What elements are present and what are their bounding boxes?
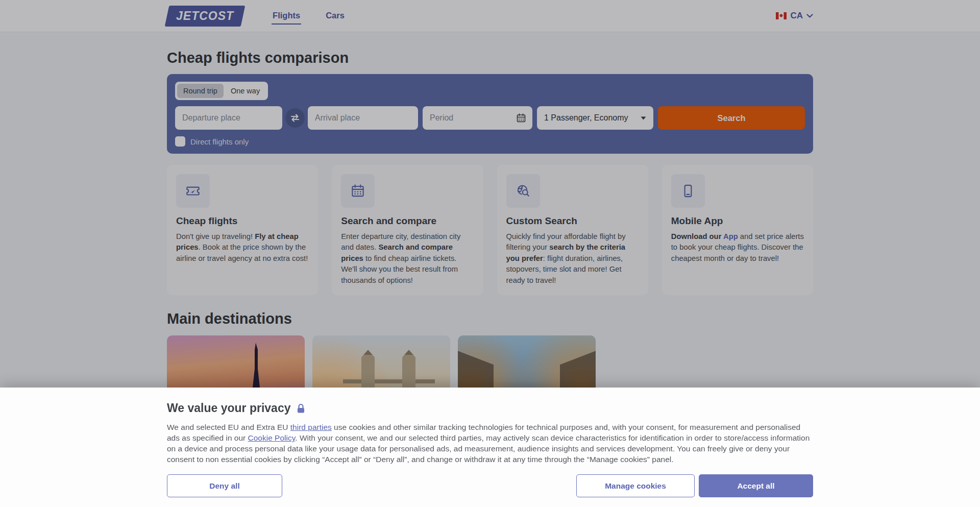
cookie-consent-banner: We value your privacy We and selected EU…	[0, 388, 980, 507]
cookie-banner-title: We value your privacy	[167, 401, 290, 415]
cookie-policy-link[interactable]: Cookie Policy	[248, 433, 296, 442]
third-parties-link[interactable]: third parties	[290, 423, 332, 431]
manage-cookies-button[interactable]: Manage cookies	[576, 474, 695, 497]
lock-icon	[297, 403, 305, 414]
cookie-actions: Deny all Manage cookies Accept all	[167, 474, 813, 497]
deny-all-button[interactable]: Deny all	[167, 474, 282, 497]
accept-all-button[interactable]: Accept all	[699, 474, 813, 497]
cookie-banner-text: We and selected EU and Extra EU third pa…	[167, 422, 813, 465]
